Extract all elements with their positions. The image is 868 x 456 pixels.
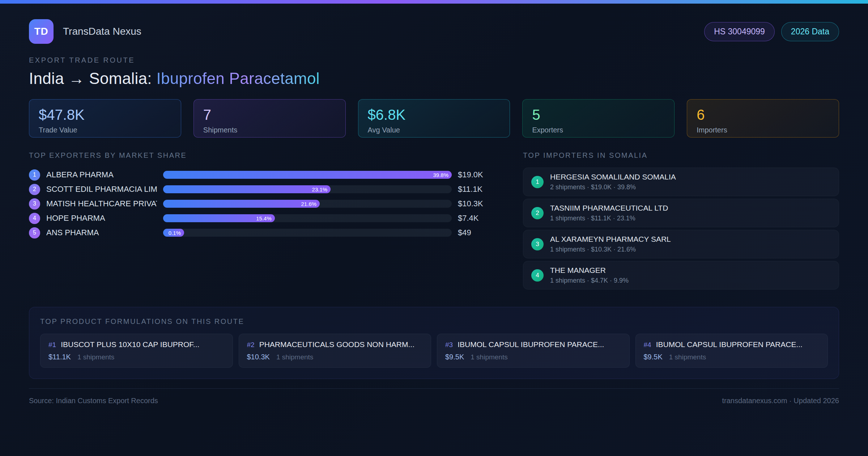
hs-code-badge[interactable]: HS 30049099 — [704, 22, 775, 41]
exporter-value: $49 — [458, 228, 493, 237]
stat-card-exporters: 5 Exporters — [522, 99, 675, 138]
importer-name: HERGESIA SOMALILAND SOMALIA — [550, 173, 676, 181]
formulation-rank: #1 — [48, 341, 56, 349]
main-columns: TOP EXPORTERS BY MARKET SHARE 1 ALBERA P… — [29, 151, 839, 290]
exporter-row[interactable]: 4 HOPE PHARMA 15.4% $7.4K — [29, 211, 493, 225]
stat-label: Importers — [697, 126, 829, 134]
stat-label: Trade Value — [39, 126, 171, 134]
importers-list: 1 HERGESIA SOMALILAND SOMALIA 2 shipment… — [523, 168, 839, 290]
stat-value: $47.8K — [39, 107, 171, 123]
footer-site-link[interactable]: transdatanexus.com · Updated 2026 — [722, 397, 839, 405]
formulation-name: PHARMACEUTICALS GOODS NON HARM... — [259, 340, 414, 349]
formulation-value: $9.5K — [644, 353, 663, 361]
brand[interactable]: TD TransData Nexus — [29, 19, 141, 44]
stat-value: $6.8K — [368, 107, 501, 123]
market-share-bar-track: 39.8% — [163, 171, 452, 179]
market-share-bar-track: 21.6% — [163, 200, 452, 208]
stat-label: Shipments — [203, 126, 336, 134]
exporter-value: $7.4K — [458, 214, 493, 223]
rank-badge: 4 — [531, 269, 544, 282]
section-eyebrow: EXPORT TRADE ROUTE — [29, 56, 839, 64]
formulation-name: IBUMOL CAPSUL IBUPROFEN PARACE... — [458, 340, 604, 349]
share-percent-label: 39.8% — [433, 172, 448, 178]
app-name: TransData Nexus — [63, 26, 141, 37]
importer-name: TASNIIM PHARMACEUTICAL LTD — [550, 204, 668, 212]
importer-meta: 1 shipments · $4.7K · 9.9% — [550, 277, 629, 284]
market-share-bar-track: 15.4% — [163, 214, 452, 222]
formulations-heading: TOP PRODUCT FORMULATIONS ON THIS ROUTE — [40, 317, 828, 326]
exporter-name: HOPE PHARMA — [46, 214, 157, 223]
formulation-card[interactable]: #2 PHARMACEUTICALS GOODS NON HARM... $10… — [239, 334, 431, 368]
share-percent-label: 23.1% — [312, 186, 328, 193]
share-percent-label: 21.6% — [301, 201, 317, 207]
formulation-value: $11.1K — [48, 353, 71, 361]
stat-label: Exporters — [532, 126, 665, 134]
page-title: India → Somalia: Ibuprofen Paracetamol — [29, 69, 839, 88]
share-percent-label: 0.1% — [169, 230, 181, 236]
exporter-name: MATISH HEALTHCARE PRIVATE ... — [46, 199, 157, 208]
formulation-shipments: 1 shipments — [276, 353, 313, 361]
stat-value: 6 — [697, 107, 829, 123]
formulation-card[interactable]: #1 IBUSCOT PLUS 10X10 CAP IBUPROF... $11… — [40, 334, 233, 368]
formulation-name: IBUMOL CAPSUL IBUPROFEN PARACE... — [656, 340, 803, 349]
stat-card-shipments: 7 Shipments — [193, 99, 346, 138]
stat-value: 7 — [203, 107, 336, 123]
formulation-rank: #4 — [644, 341, 651, 349]
market-share-bar: 23.1% — [163, 185, 331, 193]
exporter-row[interactable]: 2 SCOTT EDIL PHARMACIA LIMITED 23.1% $11… — [29, 182, 493, 197]
exporter-row[interactable]: 1 ALBERA PHARMA 39.8% $19.0K — [29, 168, 493, 182]
importer-name: THE MANAGER — [550, 266, 629, 275]
formulation-value: $9.5K — [445, 353, 464, 361]
market-share-bar: 39.8% — [163, 171, 452, 179]
formulation-card[interactable]: #3 IBUMOL CAPSUL IBUPROFEN PARACE... $9.… — [437, 334, 630, 368]
footer-source: Source: Indian Customs Export Records — [29, 397, 158, 405]
exporter-value: $11.1K — [458, 185, 493, 194]
exporter-value: $10.3K — [458, 199, 493, 208]
app-logo: TD — [29, 19, 54, 44]
exporter-value: $19.0K — [458, 170, 493, 180]
footer: Source: Indian Customs Export Records tr… — [29, 388, 839, 405]
importers-section: TOP IMPORTERS IN SOMALIA 1 HERGESIA SOMA… — [523, 151, 839, 290]
importer-card[interactable]: 4 THE MANAGER 1 shipments · $4.7K · 9.9% — [523, 261, 839, 290]
market-share-bar-track: 0.1% — [163, 229, 452, 237]
importer-card[interactable]: 2 TASNIIM PHARMACEUTICAL LTD 1 shipments… — [523, 199, 839, 227]
page: TD TransData Nexus HS 30049099 2026 Data… — [0, 19, 868, 405]
exporters-heading: TOP EXPORTERS BY MARKET SHARE — [29, 151, 493, 160]
rank-badge: 5 — [29, 227, 40, 238]
importer-card[interactable]: 3 AL XARAMEYN PHARMACY SARL 1 shipments … — [523, 230, 839, 258]
formulations-cards: #1 IBUSCOT PLUS 10X10 CAP IBUPROF... $11… — [40, 334, 828, 368]
stat-label: Avg Value — [368, 126, 501, 134]
rank-badge: 2 — [29, 184, 40, 195]
rank-badge: 3 — [29, 198, 40, 210]
exporter-row[interactable]: 3 MATISH HEALTHCARE PRIVATE ... 21.6% $1… — [29, 197, 493, 211]
header-badges: HS 30049099 2026 Data — [704, 22, 839, 41]
exporters-list: 1 ALBERA PHARMA 39.8% $19.0K 2 SCOTT EDI… — [29, 168, 493, 240]
importer-meta: 1 shipments · $11.1K · 23.1% — [550, 215, 668, 222]
exporter-name: ALBERA PHARMA — [46, 170, 157, 180]
year-data-badge[interactable]: 2026 Data — [781, 22, 839, 41]
formulation-shipments: 1 shipments — [471, 353, 507, 361]
importer-card[interactable]: 1 HERGESIA SOMALILAND SOMALIA 2 shipment… — [523, 168, 839, 196]
exporter-name: ANS PHARMA — [46, 228, 157, 237]
stat-card-importers: 6 Importers — [687, 99, 839, 138]
rank-badge: 1 — [531, 176, 544, 188]
product-name-gradient: Ibuprofen Paracetamol — [156, 69, 319, 87]
formulation-value: $10.3K — [247, 353, 270, 361]
formulation-rank: #3 — [445, 341, 453, 349]
importer-meta: 1 shipments · $10.3K · 21.6% — [550, 246, 671, 253]
importer-name: AL XARAMEYN PHARMACY SARL — [550, 235, 671, 244]
accent-gradient-bar — [0, 0, 868, 4]
formulation-card[interactable]: #4 IBUMOL CAPSUL IBUPROFEN PARACE... $9.… — [635, 334, 828, 368]
importer-meta: 2 shipments · $19.0K · 39.8% — [550, 183, 676, 191]
formulation-rank: #2 — [247, 341, 255, 349]
stats-row: $47.8K Trade Value 7 Shipments $6.8K Avg… — [29, 99, 839, 138]
formulation-shipments: 1 shipments — [669, 353, 706, 361]
importers-heading: TOP IMPORTERS IN SOMALIA — [523, 151, 839, 160]
stat-value: 5 — [532, 107, 665, 123]
stat-card-trade-value: $47.8K Trade Value — [29, 99, 181, 138]
header: TD TransData Nexus HS 30049099 2026 Data — [29, 19, 839, 44]
market-share-bar: 0.1% — [163, 229, 184, 237]
formulation-shipments: 1 shipments — [77, 353, 114, 361]
rank-badge: 4 — [29, 213, 40, 224]
exporter-row[interactable]: 5 ANS PHARMA 0.1% $49 — [29, 225, 493, 240]
